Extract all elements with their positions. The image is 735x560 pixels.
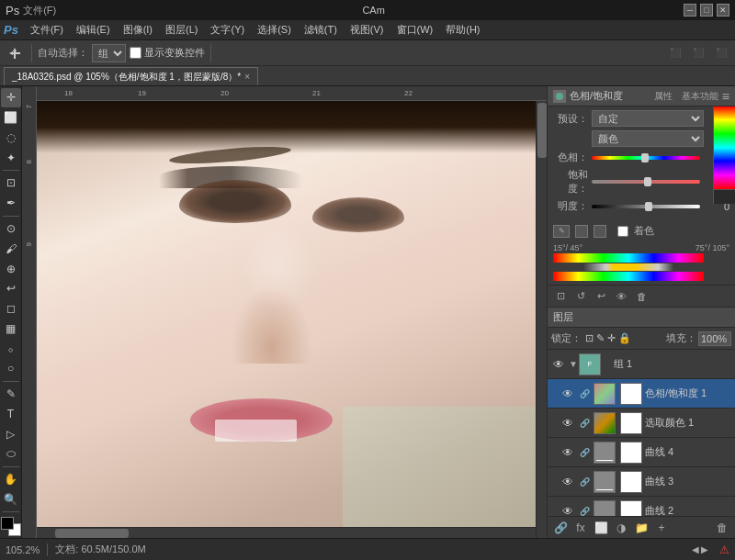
status-prev[interactable]: ◀ xyxy=(692,544,699,554)
menu-layer[interactable]: 图层(L) xyxy=(159,21,204,39)
lock-transparent-icon[interactable]: ⊡ xyxy=(585,332,594,344)
menu-type[interactable]: 文字(Y) xyxy=(204,21,251,39)
document-tab[interactable]: _18A0326.psd @ 105%（色相/饱和度 1，图层蒙版/8）* × xyxy=(4,67,258,85)
layer-link-curves2[interactable]: 🔗 xyxy=(578,505,591,517)
layer-vis-curves4[interactable]: 👁 xyxy=(560,445,575,460)
link-layers-btn[interactable]: 🔗 xyxy=(551,520,570,536)
tab-close-button[interactable]: × xyxy=(244,72,250,82)
tool-path-select[interactable]: ▷ xyxy=(1,424,21,443)
layer-selective-1[interactable]: 👁 🔗 选取颜色 1 xyxy=(548,409,735,438)
tool-marquee[interactable]: ⬜ xyxy=(1,108,21,128)
status-next[interactable]: ▶ xyxy=(701,544,708,554)
delete-layer[interactable]: 🗑 xyxy=(632,288,650,305)
tool-eraser[interactable]: ◻ xyxy=(1,299,21,319)
tool-type[interactable]: T xyxy=(1,405,21,424)
create-group-btn[interactable]: 📁 xyxy=(632,520,650,536)
create-adjustment-btn[interactable]: ◑ xyxy=(612,520,630,536)
tool-blur[interactable]: ⬦ xyxy=(1,339,21,358)
tool-gradient[interactable]: ▦ xyxy=(1,319,21,338)
light-slider-track[interactable] xyxy=(592,205,700,208)
menu-file[interactable]: 文件(F) xyxy=(24,21,70,39)
menu-select[interactable]: 选择(S) xyxy=(251,21,298,39)
minimize-button[interactable]: ─ xyxy=(684,4,696,17)
reset[interactable]: ↩ xyxy=(592,288,610,305)
preset-select[interactable]: 自定 xyxy=(592,110,704,127)
view-previous[interactable]: ↺ xyxy=(571,288,590,305)
tool-eyedropper[interactable]: ✒ xyxy=(1,194,21,213)
colorize-tools[interactable]: ✎ xyxy=(553,225,570,238)
tool-magic-wand[interactable]: ✦ xyxy=(1,148,21,167)
tool-crop[interactable]: ⊡ xyxy=(1,174,21,193)
layer-visibility-group1[interactable]: 👁 xyxy=(551,357,566,372)
tool-brush[interactable]: 🖌 xyxy=(1,239,21,258)
layer-huesat-1[interactable]: 👁 🔗 色相/饱和度 1 xyxy=(548,379,735,409)
layer-link-curves3[interactable]: 🔗 xyxy=(578,476,591,488)
fill-input[interactable] xyxy=(698,331,731,346)
layer-link-selective1[interactable]: 🔗 xyxy=(578,417,591,430)
align-right[interactable]: ⬛ xyxy=(711,44,731,62)
add-style-btn[interactable]: fx xyxy=(571,520,590,536)
align-left[interactable]: ⬛ xyxy=(665,44,685,62)
close-button[interactable]: ✕ xyxy=(717,4,729,17)
layer-link-huesat1[interactable]: 🔗 xyxy=(578,387,591,400)
layer-vis-huesat1[interactable]: 👁 xyxy=(560,386,575,401)
tool-lasso[interactable]: ◌ xyxy=(1,129,21,148)
scrollbar-thumb-v[interactable] xyxy=(537,103,547,158)
lock-image-icon[interactable]: ✎ xyxy=(596,332,605,344)
maximize-button[interactable]: □ xyxy=(700,4,713,17)
layer-vis-curves2[interactable]: 👁 xyxy=(560,504,575,517)
layer-curves-4[interactable]: 👁 🔗 曲线 4 xyxy=(548,438,735,467)
add-mask-btn[interactable]: ⬜ xyxy=(592,520,610,536)
tool-pen[interactable]: ✎ xyxy=(1,385,21,404)
foreground-color[interactable] xyxy=(1,517,14,530)
tool-clone[interactable]: ⊕ xyxy=(1,259,21,278)
channel-select[interactable]: 颜色 xyxy=(592,130,704,147)
colorize-checkbox[interactable] xyxy=(617,226,628,237)
menu-image[interactable]: 图像(I) xyxy=(117,21,159,39)
align-center[interactable]: ⬛ xyxy=(688,44,708,62)
tool-history-brush[interactable]: ↩ xyxy=(1,279,21,298)
menu-edit[interactable]: 编辑(E) xyxy=(70,21,117,39)
toggle-visibility[interactable]: 👁 xyxy=(612,288,630,305)
tool-dodge[interactable]: ○ xyxy=(1,359,21,378)
delete-btn[interactable]: 🗑 xyxy=(713,520,731,536)
tool-hand[interactable]: ✋ xyxy=(1,470,21,489)
tool-move[interactable] xyxy=(4,44,26,62)
canvas-scrollbar-vertical[interactable] xyxy=(536,101,547,538)
sat-slider-thumb[interactable] xyxy=(644,177,651,186)
menu-window[interactable]: 窗口(W) xyxy=(390,21,440,39)
hue-slider-track[interactable] xyxy=(592,156,700,160)
properties-tab-basic[interactable]: 基本功能 xyxy=(682,90,718,103)
lock-position-icon[interactable]: ✛ xyxy=(607,332,616,344)
tool-zoom[interactable]: 🔍 xyxy=(1,490,21,510)
properties-tab-attr[interactable]: 属性 xyxy=(654,90,673,103)
show-transform-checkbox[interactable] xyxy=(130,47,141,59)
remove-sample-tool[interactable] xyxy=(594,225,606,238)
color-swatches[interactable] xyxy=(1,517,21,536)
auto-select-dropdown[interactable]: 组 xyxy=(92,44,126,62)
canvas-scrollbar-horizontal[interactable] xyxy=(37,527,536,538)
layer-curves-2[interactable]: 👁 🔗 曲线 2 xyxy=(548,497,735,516)
lock-all-icon[interactable]: 🔒 xyxy=(618,332,631,344)
create-layer-btn[interactable]: + xyxy=(652,520,671,536)
menu-help[interactable]: 帮助(H) xyxy=(439,21,486,39)
layer-vis-selective1[interactable]: 👁 xyxy=(560,416,575,431)
clip-to-layer[interactable]: ⊡ xyxy=(551,288,570,305)
layer-curves-3[interactable]: 👁 🔗 曲线 3 xyxy=(548,467,735,497)
expand-icon[interactable]: ▼ xyxy=(569,359,576,369)
light-slider-thumb[interactable] xyxy=(645,202,652,211)
hue-slider-thumb[interactable] xyxy=(641,153,649,162)
tool-spot-heal[interactable]: ⊙ xyxy=(1,219,21,239)
menu-view[interactable]: 视图(V) xyxy=(344,21,390,39)
scrollbar-thumb-h[interactable] xyxy=(55,529,129,538)
sat-slider-track[interactable] xyxy=(592,180,700,184)
sample-tool[interactable] xyxy=(575,225,588,238)
layer-link-curves4[interactable]: 🔗 xyxy=(578,446,591,459)
menu-filter[interactable]: 滤镜(T) xyxy=(298,21,344,39)
show-transform-label[interactable]: 显示变换控件 xyxy=(130,46,205,60)
layer-group-1[interactable]: 👁 ▼ F 组 1 xyxy=(548,350,735,379)
tool-move-btn[interactable]: ✛ xyxy=(1,88,21,107)
layer-vis-curves3[interactable]: 👁 xyxy=(560,475,575,489)
properties-menu-button[interactable]: ≡ xyxy=(722,89,729,104)
tool-shape[interactable]: ⬭ xyxy=(1,444,21,464)
